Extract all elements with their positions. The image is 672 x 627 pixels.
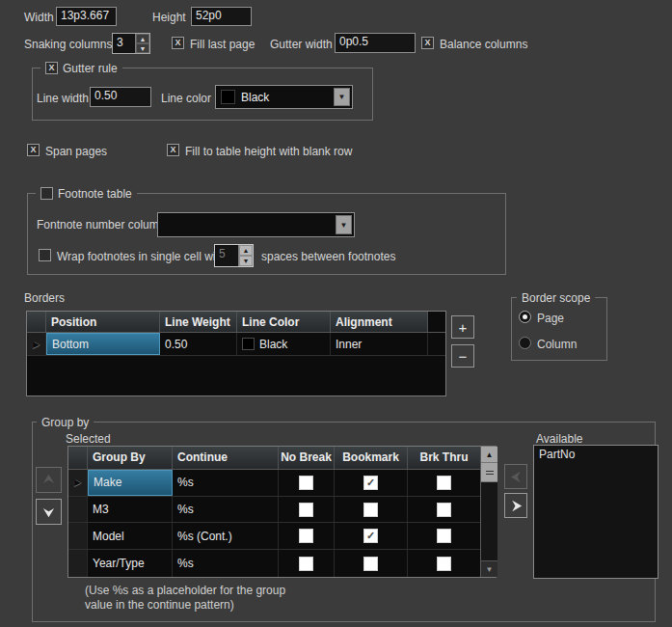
balance-columns-label: Balance columns	[440, 38, 527, 51]
no-break-checkbox[interactable]	[299, 503, 313, 517]
height-input[interactable]: 52p0	[191, 7, 252, 26]
group-by-header[interactable]: Group By	[88, 447, 173, 469]
list-item[interactable]: PartNo	[534, 446, 658, 463]
no-break-checkbox[interactable]	[299, 557, 313, 571]
move-to-available-button[interactable]	[504, 493, 527, 518]
move-down-button[interactable]	[36, 499, 62, 525]
row-marker-header	[27, 312, 46, 332]
snaking-columns-stepper[interactable]: 3 ▲ ▼	[112, 33, 150, 54]
balance-columns-checkbox[interactable]: X	[421, 37, 434, 49]
row-marker-cell	[68, 497, 88, 523]
group-row-make[interactable]: ▶ Make %s ✓	[68, 470, 480, 497]
border-scope-legend: Border scope	[517, 290, 595, 305]
bookmark-checkbox[interactable]	[363, 503, 378, 517]
bookmark-checkbox[interactable]	[363, 557, 378, 571]
continue-cell[interactable]: %s	[173, 550, 279, 577]
borders-label: Borders	[24, 291, 65, 305]
row-marker-cell	[68, 523, 88, 549]
spin-up-icon[interactable]: ▲	[239, 245, 253, 256]
note-line-2: value in the continue pattern)	[85, 598, 285, 613]
group-row-m3[interactable]: M3 %s	[68, 497, 480, 524]
group-by-legend: Group by	[37, 415, 94, 429]
borders-table-header: Position Line Weight Line Color Alignmen…	[27, 312, 445, 333]
alignment-header[interactable]: Alignment	[331, 312, 428, 332]
gutter-width-input[interactable]: 0p0.5	[335, 33, 416, 53]
group-by-cell[interactable]: M3	[88, 497, 173, 523]
brk-thru-checkbox[interactable]	[437, 476, 451, 490]
dropdown-arrow-icon[interactable]: ▼	[336, 215, 352, 234]
brk-thru-checkbox[interactable]	[437, 557, 451, 571]
page-radio[interactable]	[519, 311, 531, 323]
brk-thru-checkbox[interactable]	[437, 503, 451, 517]
wrap-footnotes-checkbox[interactable]	[39, 249, 51, 261]
group-by-table: Group By Continue No Break Bookmark Brk …	[67, 446, 497, 578]
remove-border-button[interactable]: −	[451, 344, 474, 368]
gutter-rule-checkbox[interactable]: X	[45, 62, 58, 74]
bookmark-checkbox[interactable]: ✓	[363, 529, 378, 543]
available-label: Available	[536, 432, 582, 446]
group-row-model[interactable]: Model %s (Cont.) ✓	[68, 523, 480, 550]
column-radio-label: Column	[537, 338, 577, 351]
fill-to-table-checkbox[interactable]: X	[167, 144, 179, 156]
snaking-columns-label: Snaking columns	[24, 38, 112, 51]
footnote-spaces-stepper[interactable]: 5 ▲ ▼	[214, 244, 254, 267]
no-break-header[interactable]: No Break	[279, 447, 335, 469]
add-border-button[interactable]: +	[451, 315, 474, 339]
position-header[interactable]: Position	[46, 312, 160, 332]
radio-dot	[523, 314, 527, 319]
move-up-button[interactable]	[36, 467, 62, 493]
footnote-number-column-dropdown[interactable]: ▼	[157, 212, 355, 237]
brk-thru-cell	[408, 523, 480, 549]
black-color-swatch	[221, 90, 235, 104]
continue-cell[interactable]: %s (Cont.)	[173, 523, 279, 549]
column-radio[interactable]	[519, 337, 531, 349]
wrap-footnotes-suffix-label: spaces between footnotes	[261, 250, 395, 263]
scrollbar-track[interactable]	[481, 482, 497, 560]
group-row-year-type[interactable]: Year/Type %s	[68, 550, 480, 577]
fill-last-page-checkbox[interactable]: X	[172, 37, 184, 49]
line-width-input[interactable]: 0.50	[90, 87, 151, 107]
spin-up-icon[interactable]: ▲	[136, 34, 149, 43]
spin-down-icon[interactable]: ▼	[136, 43, 149, 53]
bookmark-checkbox[interactable]: ✓	[363, 476, 378, 490]
continue-cell[interactable]: %s	[173, 470, 279, 496]
alignment-cell[interactable]: Inner	[331, 333, 428, 355]
scrollbar-thumb[interactable]	[481, 463, 497, 482]
note-line-1: (Use %s as a placeholder for the group	[85, 584, 285, 598]
footnote-table-checkbox[interactable]	[40, 187, 53, 200]
continue-cell[interactable]: %s	[173, 497, 279, 523]
available-list[interactable]: PartNo	[533, 445, 659, 579]
brk-thru-checkbox[interactable]	[437, 529, 451, 543]
line-weight-header[interactable]: Line Weight	[160, 312, 237, 332]
line-color-header[interactable]: Line Color	[237, 312, 331, 332]
dropdown-arrow-icon[interactable]: ▼	[334, 88, 350, 106]
continue-header[interactable]: Continue	[173, 447, 279, 469]
bookmark-cell	[335, 497, 408, 523]
line-color-cell[interactable]: Black	[237, 333, 331, 355]
no-break-checkbox[interactable]	[299, 476, 313, 490]
line-weight-cell[interactable]: 0.50	[160, 333, 237, 355]
group-by-cell[interactable]: Make	[88, 470, 173, 496]
line-color-dropdown[interactable]: Black ▼	[215, 85, 353, 109]
line-color-label: Line color	[161, 92, 211, 105]
borders-table: Position Line Weight Line Color Alignmen…	[26, 311, 446, 396]
width-label: Width	[24, 11, 54, 24]
borders-table-row[interactable]: ▶ Bottom 0.50 Black Inner	[27, 333, 445, 356]
line-color-cell-text: Black	[259, 338, 287, 351]
bookmark-header[interactable]: Bookmark	[335, 447, 408, 469]
line-width-label: Line width	[37, 92, 89, 105]
brk-thru-header[interactable]: Brk Thru	[408, 447, 480, 469]
scroll-up-icon[interactable]: ▲	[481, 447, 497, 463]
width-input[interactable]: 13p3.667	[56, 7, 117, 26]
no-break-checkbox[interactable]	[299, 529, 313, 543]
position-cell[interactable]: Bottom	[46, 333, 160, 355]
table-scrollbar[interactable]: ▲ ▼	[480, 447, 497, 577]
arrow-right-icon	[508, 498, 524, 514]
spin-down-icon[interactable]: ▼	[239, 256, 253, 266]
bookmark-cell: ✓	[335, 523, 408, 549]
scroll-down-icon[interactable]: ▼	[481, 560, 497, 577]
move-to-selected-button[interactable]	[504, 464, 527, 489]
group-by-cell[interactable]: Model	[88, 523, 173, 549]
group-by-cell[interactable]: Year/Type	[88, 550, 173, 577]
span-pages-checkbox[interactable]: X	[27, 144, 40, 156]
